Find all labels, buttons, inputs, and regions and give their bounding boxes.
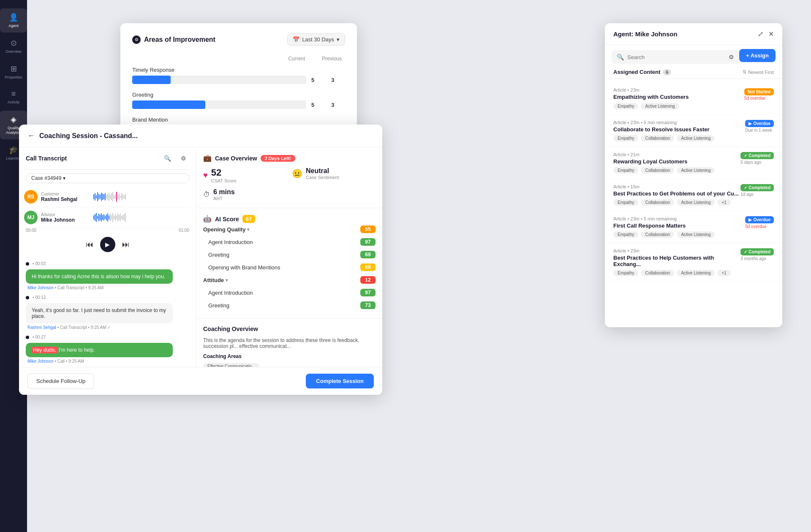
attitude-greeting-row: Greeting 73 [208, 299, 376, 312]
activity-icon: ≡ [11, 90, 16, 98]
bar-fill [132, 76, 171, 84]
complete-session-button[interactable]: Complete Session [306, 374, 374, 388]
coaching-description: This is the agenda for the session to ad… [203, 337, 376, 349]
tag: +1 [717, 270, 730, 276]
greeting-sub-row: Greeting 69 [208, 248, 376, 261]
tag: Empathy [613, 135, 638, 141]
search-icon: 🔍 [617, 54, 624, 60]
tag: Collaboration [641, 270, 674, 276]
tag: Empathy [613, 167, 638, 174]
list-item: Article • 23m Empathizing with Customers… [605, 82, 782, 115]
customer-audio-row: RS Customer Rashmi Sehgal [24, 187, 191, 207]
aht-stat: ⏱ 6 mins AHT [203, 188, 287, 201]
learning-icon: 🎓 [9, 145, 18, 155]
list-item: Article • 23m • 5 min remaining Collabor… [605, 115, 782, 147]
csat-stat: ♥ 52 CSAT Score [203, 167, 287, 183]
sidebar-item-properties[interactable]: ⊞ Properties [0, 60, 27, 84]
areas-header: ⊙ Areas of Improvement 📅 Last 30 Days ▾ [132, 33, 345, 46]
customer-waveform [93, 190, 191, 203]
message-bubble-1: Hi thanks for calling Acme this is aliso… [26, 269, 173, 284]
transcript-toolbar: Call Transcript 🔍 ⚙ [19, 147, 196, 170]
advisor-avatar: MJ [24, 211, 38, 224]
tag: Empathy [613, 270, 638, 276]
areas-title: ⊙ Areas of Improvement [132, 35, 215, 44]
tag: Empathy [613, 103, 638, 109]
status-badge: ✓Completed [740, 152, 774, 159]
coaching-areas-label: Coaching Areas [203, 353, 376, 359]
expand-icon[interactable]: ⤢ [758, 30, 763, 38]
tag: Active Listening [677, 135, 715, 141]
search-icon-btn[interactable]: 🔍 [161, 152, 173, 164]
case-stats-grid: ♥ 52 CSAT Score 😐 Neutral Ca [203, 167, 376, 201]
attitude-row[interactable]: Attitude ▾ 12 [203, 274, 376, 286]
filter-icon-btn[interactable]: ⚙ [177, 152, 189, 164]
agent-panel: Agent: Mike Johnson ⤢ ✕ 🔍 ⚙ + Assign Ass… [605, 23, 782, 327]
tag: Active Listening [641, 103, 679, 109]
tag: Collaboration [641, 199, 674, 206]
timestamp-2: • 00:12 [26, 295, 189, 300]
customer-avatar: RS [24, 190, 38, 204]
msg-meta-3: Mike Johnson • Call • 9:25 AM [26, 359, 189, 364]
bar-fill [132, 100, 205, 109]
sort-dropdown[interactable]: ⇅ Newest First [743, 69, 774, 75]
right-panel: 💼 Case Overview 2 Days Left! ♥ 52 CSAT S… [196, 147, 382, 367]
play-button[interactable]: ▶ [100, 237, 115, 252]
opening-quality-row[interactable]: Opening Quality ▾ 55 [203, 223, 376, 236]
overview-icon: ⊙ [11, 38, 17, 48]
sidebar-item-overview[interactable]: ⊙ Overview [0, 34, 27, 58]
agent-icon: 👤 [9, 13, 18, 22]
properties-icon: ⊞ [11, 64, 17, 73]
chevron-down-icon: ▾ [337, 36, 340, 43]
tag: Collaboration [641, 135, 674, 141]
advisor-audio-info: Advisor Mike Johnson [41, 212, 90, 223]
msg-meta-2: Rashmi Sehgal • Call Transcript • 9:25 A… [26, 325, 189, 330]
schedule-followup-button[interactable]: Schedule Follow-Up [27, 373, 94, 389]
skip-forward-button[interactable]: ⏭ [122, 240, 130, 249]
chevron-down-icon: ▾ [63, 175, 65, 181]
table-header: Current Previous [132, 56, 345, 62]
list-item: Article • 15m Best Practices to Get Prob… [605, 179, 782, 211]
skip-back-button[interactable]: ⏮ [86, 240, 93, 249]
coaching-footer: Schedule Follow-Up Complete Session [19, 367, 382, 395]
area-row-timely-response: Timely Response 5 3 [132, 67, 345, 84]
time-start: 00:00 [26, 228, 36, 233]
msg-meta-1: Mike Johnson • Call Transcript • 9:25 AM [26, 285, 189, 290]
coaching-session-card: ← Coaching Session - Cassand... Call Tra… [19, 125, 382, 395]
target-icon: ⊙ [132, 35, 141, 44]
coaching-header: ← Coaching Session - Cassand... [19, 125, 382, 147]
list-item: Article • 23m Best Practices to Help Cus… [605, 243, 782, 282]
tag: Active Listening [677, 167, 715, 174]
timestamp-1: • 00:03 [26, 261, 189, 266]
message-bubble-2: Yeah, it's good so far. I just need to s… [26, 303, 173, 323]
area-row-greeting: Greeting 5 3 [132, 92, 345, 109]
ai-icon: 🤖 [203, 215, 212, 223]
audio-controls: ⏮ ▶ ⏭ [24, 233, 191, 256]
sentiment-stat: 😐 Neutral Case Sentiment [292, 167, 376, 183]
days-left-badge: 2 Days Left! [261, 155, 295, 162]
case-badge[interactable]: Case #34949 ▾ [26, 173, 189, 183]
assign-button[interactable]: + Assign [739, 49, 776, 62]
tag: Active Listening [677, 231, 715, 238]
content-list: Article • 23m Empathizing with Customers… [605, 79, 782, 327]
agent-panel-header: Agent: Mike Johnson ⤢ ✕ [605, 23, 782, 45]
date-filter-dropdown[interactable]: 📅 Last 30 Days ▾ [287, 33, 345, 46]
filter-icon[interactable]: ⚙ [729, 54, 734, 60]
calendar-icon: 📅 [293, 36, 299, 43]
tag: Collaboration [641, 167, 674, 174]
status-badge: ▶Overdue [745, 120, 774, 127]
message-bubble-3: Hey dude, I'm here to help. [26, 343, 173, 357]
sidebar-item-activity[interactable]: ≡ Activity [0, 85, 27, 109]
back-button[interactable]: ← [27, 131, 35, 140]
status-badge: ✓Completed [740, 184, 774, 191]
audio-section: RS Customer Rashmi Sehgal MJ Advisor Mik… [19, 187, 196, 256]
close-icon[interactable]: ✕ [768, 30, 774, 38]
assigned-content-header: Assigned Content 6 ⇅ Newest First [605, 65, 782, 79]
transcript-panel: Call Transcript 🔍 ⚙ Case #34949 ▾ RS Cus… [19, 147, 196, 367]
search-assign-row: 🔍 ⚙ + Assign [605, 45, 782, 65]
sidebar-item-agent[interactable]: 👤 Agent [0, 8, 27, 33]
timestamp-3: • 00:27 [26, 335, 189, 339]
ai-score-header: 🤖 AI Score 67 [203, 215, 376, 223]
search-input[interactable] [627, 54, 725, 60]
bar-track [132, 100, 306, 109]
brand-mentions-sub-row: Opening with Brand Mentions 68 [208, 261, 376, 274]
